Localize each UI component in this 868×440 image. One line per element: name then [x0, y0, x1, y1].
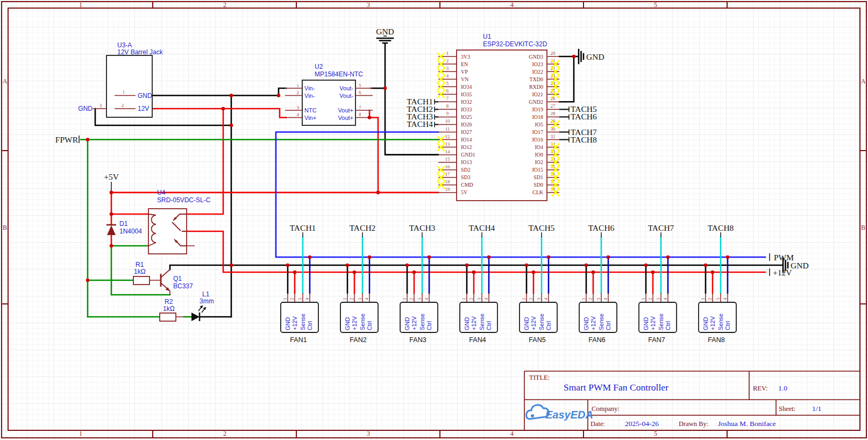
fan-pin-number: 1: [641, 298, 646, 301]
svg-text:+12V: +12V: [773, 268, 792, 277]
schematic-canvas: 1122334455AABB TITLE: Smart PWM Fan Cont…: [0, 0, 868, 440]
net-label-tach8-fan[interactable]: TACH8: [708, 223, 734, 232]
fan-pin-number: 4: [483, 297, 489, 300]
junction-dot: [412, 271, 416, 274]
u2-pin-number: 4: [297, 112, 300, 117]
rev-value[interactable]: 1.0: [778, 384, 787, 392]
junction-dot: [711, 271, 715, 274]
u2-pin-number: 7: [359, 105, 361, 110]
fan-pin-number: 2: [588, 298, 593, 301]
u2-pin-name: Vin-: [304, 85, 315, 91]
rev-label: REV:: [753, 385, 768, 392]
u1-pin-name: VN: [461, 76, 468, 82]
u1-pin-name: SD0: [533, 182, 543, 188]
l1-refdes[interactable]: L1: [202, 290, 210, 298]
fan-pin-number: 1: [461, 298, 467, 301]
u3-refdes[interactable]: U3-A: [117, 41, 132, 49]
fan-pin-number: 3: [596, 297, 601, 300]
fan-pin-label: +12V: [291, 316, 298, 330]
u1-pin-name: IO23: [532, 61, 543, 67]
company-label: Company:: [592, 405, 620, 413]
u1-pin-name: EN: [461, 61, 468, 67]
net-label-tach4-fan[interactable]: TACH4: [469, 223, 495, 232]
net-label-fpwr[interactable]: FPWR: [55, 135, 79, 144]
u2-pin-name: Vin+: [304, 115, 316, 121]
fan-pin-number: 1: [581, 298, 586, 301]
svg-text:FPWR: FPWR: [55, 135, 79, 144]
date-value[interactable]: 2025-04-26: [625, 420, 659, 428]
net-label-tach3-fan[interactable]: TACH3: [409, 223, 436, 232]
u1-pin-number: 18: [445, 179, 451, 184]
sheet-label: Sheet:: [779, 405, 795, 413]
r1-refdes[interactable]: R1: [136, 261, 144, 268]
net-label-tach1-fan[interactable]: TACH1: [290, 223, 316, 232]
d1-value[interactable]: 1N4004: [119, 228, 142, 235]
junction-dot: [346, 264, 350, 267]
net-label-tach7-fan[interactable]: TACH7: [648, 223, 674, 232]
junction-dot: [286, 264, 290, 267]
net-label-tach6[interactable]: TACH6: [571, 112, 597, 121]
fan-pin-number: 2: [349, 298, 354, 301]
fan-pin-number: 1: [521, 298, 527, 301]
r2-value[interactable]: 1kΩ: [163, 305, 175, 313]
fan-pin-label: Sense: [419, 314, 425, 330]
net-label-p12v[interactable]: +12V: [770, 268, 792, 277]
u3-value[interactable]: 12V Barrel Jack: [117, 48, 163, 56]
u1-pin-name: GND2: [529, 99, 543, 105]
u2-pin-number: 2: [297, 90, 300, 95]
fan-pin-number: 1: [402, 298, 407, 301]
net-label-tach4[interactable]: TACH4: [407, 119, 433, 129]
u3-gnd-net-label[interactable]: GND: [78, 105, 93, 112]
u1-pin-name: 5V: [461, 189, 468, 195]
u1-pin-name: SD2: [461, 167, 471, 173]
schematic-title[interactable]: Smart PWM Fan Controller: [564, 382, 668, 393]
u1-value[interactable]: ESP32-DEVKITC-32D: [483, 40, 547, 48]
u1-pin-name: IO22: [532, 69, 543, 75]
junction-dot: [428, 256, 431, 259]
d1-refdes[interactable]: D1: [119, 220, 128, 228]
u4-value[interactable]: SRD-05VDC-SL-C: [157, 196, 211, 204]
u3-pin1-label: GND: [138, 92, 152, 100]
fan-pin-label: +12V: [530, 316, 537, 330]
fan-name-label: FAN3: [409, 336, 426, 344]
net-label-tach2-fan[interactable]: TACH2: [350, 223, 376, 232]
net-label-tach6-fan[interactable]: TACH6: [588, 223, 615, 232]
q1-value[interactable]: BC337: [173, 282, 193, 290]
fan-pin-number: 2: [528, 298, 533, 301]
fan-pin-label: Ctrl: [605, 321, 611, 330]
fan-name-label: FAN5: [529, 336, 545, 344]
net-label-tach8[interactable]: TACH8: [571, 135, 597, 144]
u3-pin1-number: 1: [123, 89, 125, 95]
sheet-value[interactable]: 1/1: [812, 404, 821, 413]
fan-pin-label: GND: [464, 317, 470, 331]
u4-refdes[interactable]: U4: [157, 189, 166, 196]
u2-value[interactable]: MP1584EN-NTC: [315, 70, 363, 78]
u1-pin-number: 14: [445, 149, 451, 154]
u2-refdes[interactable]: U2: [315, 63, 323, 70]
u2-pin-name: Vout+: [338, 115, 353, 121]
fan-pin-label: GND: [643, 317, 649, 331]
r1-value[interactable]: 1kΩ: [134, 268, 146, 275]
fan-pin-label: Ctrl: [665, 321, 671, 330]
fan-pin-number: 4: [663, 297, 668, 300]
u1-pin-number: 3: [446, 66, 449, 71]
fan-pin-label: Sense: [300, 314, 306, 330]
l1-value[interactable]: 3mm: [200, 297, 214, 305]
u1-refdes[interactable]: U1: [483, 33, 492, 40]
u1-pin-name: SD1: [533, 174, 543, 180]
r2-refdes[interactable]: R2: [165, 298, 173, 306]
fan-pin-number: 3: [656, 297, 661, 300]
q1-refdes[interactable]: Q1: [173, 275, 182, 282]
u1-pin-name: SD3: [461, 174, 471, 180]
date-label: Date:: [590, 420, 605, 428]
svg-text:PWM: PWM: [774, 253, 794, 262]
frame-row-label: A: [3, 77, 8, 85]
frame-column-label: 2: [223, 430, 226, 437]
fan-pin-label: Sense: [359, 314, 366, 330]
net-label-tach5-fan[interactable]: TACH5: [529, 223, 555, 232]
u1-pin-number: 15: [445, 157, 451, 162]
frame-column-label: 1: [79, 430, 82, 437]
drawn-by-value[interactable]: Joshua M. Boniface: [718, 420, 776, 428]
junction-dot: [405, 264, 409, 267]
fan-pin-label: +12V: [650, 316, 656, 330]
